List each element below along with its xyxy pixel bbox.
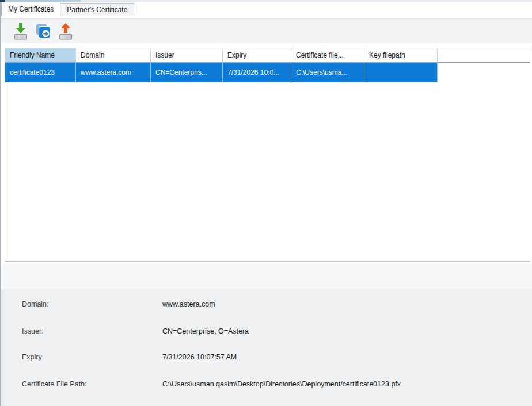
column-header-certificate-filepath[interactable]: Certificate file... — [291, 48, 364, 62]
top-dock-strip-light — [81, 0, 532, 2]
detail-label-expiry: Expiry — [22, 353, 42, 361]
download-certificate-icon — [14, 22, 28, 40]
detail-value-expiry: 7/31/2026 10:07:57 AM — [162, 353, 237, 361]
certificate-row[interactable]: certificate0123 www.astera.com CN=Center… — [5, 63, 530, 82]
column-header-label: Domain — [81, 51, 104, 59]
column-header-label: Key filepath — [369, 51, 405, 59]
tab-partners-certificate[interactable]: Partner's Certificate — [60, 3, 134, 16]
tab-partners-certificate-label: Partner's Certificate — [67, 6, 127, 14]
separator-band — [1, 264, 532, 289]
row-filler — [438, 63, 530, 82]
column-header-label: Expiry — [227, 51, 246, 59]
import-certificate-button[interactable] — [12, 21, 30, 41]
copy-certificate-icon — [36, 24, 51, 39]
detail-label-certificate-file-path: Certificate File Path: — [22, 380, 87, 388]
column-header-label: Friendly Name — [10, 51, 55, 59]
copy-certificate-button[interactable] — [34, 21, 52, 41]
upload-certificate-icon — [59, 22, 73, 40]
tab-my-certificates-label: My Certificates — [8, 5, 54, 13]
cell-expiry[interactable]: 7/31/2026 10:0... — [223, 63, 291, 82]
certificates-toolbar — [1, 18, 532, 43]
tab-my-certificates[interactable]: My Certificates — [1, 2, 60, 16]
detail-value-domain: www.astera.com — [162, 300, 215, 308]
detail-label-domain: Domain: — [22, 300, 49, 308]
certificate-details-panel: Domain: www.astera.com Issuer: CN=Center… — [1, 289, 532, 406]
certificates-grid: Friendly Name Domain Issuer Expiry Certi… — [5, 48, 530, 262]
column-header-issuer[interactable]: Issuer — [151, 48, 223, 62]
cell-issuer[interactable]: CN=Centerpris... — [151, 63, 223, 82]
top-dock-strip-dark — [0, 0, 5, 2]
column-header-filler — [438, 48, 530, 62]
cell-domain[interactable]: www.astera.com — [76, 63, 151, 82]
detail-value-issuer: CN=Centerprise, O=Astera — [162, 327, 249, 335]
window-left-edge — [0, 0, 1, 406]
column-header-label: Issuer — [155, 51, 174, 59]
detail-value-certificate-file-path: C:\Users\usman.qasim\Desktop\Directories… — [162, 380, 401, 388]
top-dock-strip-blue — [5, 0, 81, 2]
grid-header: Friendly Name Domain Issuer Expiry Certi… — [5, 48, 530, 63]
column-header-key-filepath[interactable]: Key filepath — [364, 48, 438, 62]
certificates-tabstrip: My Certificates Partner's Certificate — [1, 2, 134, 16]
column-header-label: Certificate file... — [296, 51, 344, 59]
detail-label-issuer: Issuer: — [22, 327, 44, 335]
column-header-domain[interactable]: Domain — [76, 48, 151, 62]
column-header-friendly-name[interactable]: Friendly Name — [5, 48, 76, 62]
column-header-expiry[interactable]: Expiry — [223, 48, 291, 62]
export-certificate-button[interactable] — [56, 21, 75, 41]
cell-key-filepath[interactable] — [364, 63, 438, 82]
cell-certificate-filepath[interactable]: C:\Users\usma... — [291, 63, 364, 82]
top-dock-strip — [0, 0, 532, 2]
cell-friendly-name[interactable]: certificate0123 — [5, 63, 76, 82]
